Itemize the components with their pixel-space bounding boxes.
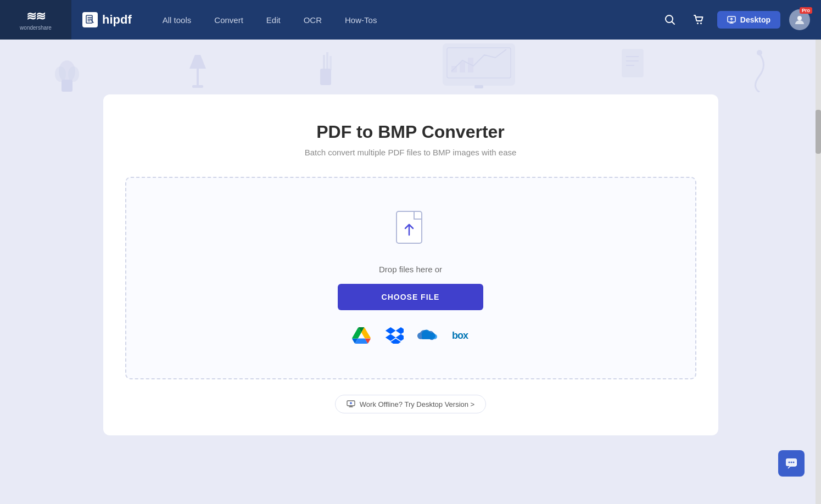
choose-file-button[interactable]: CHOOSE FILE — [338, 284, 484, 310]
desktop-version-label: Work Offline? Try Desktop Version > — [360, 400, 474, 408]
desktop-version-link[interactable]: Work Offline? Try Desktop Version > — [335, 395, 486, 413]
svg-point-7 — [59, 60, 75, 82]
nav-how-tos[interactable]: How-Tos — [336, 11, 386, 29]
svg-rect-18 — [447, 48, 511, 78]
pro-badge: Pro — [800, 7, 812, 14]
svg-rect-17 — [443, 44, 515, 85]
upload-icon — [393, 211, 428, 254]
drop-text: Drop files here or — [379, 265, 442, 274]
gdrive-icon[interactable] — [351, 326, 371, 345]
svg-rect-12 — [192, 85, 203, 88]
deco-chart — [440, 41, 517, 93]
wondershare-brand: ≋≋ wondershare — [0, 0, 71, 40]
svg-point-5 — [797, 16, 802, 20]
svg-rect-6 — [62, 80, 72, 92]
svg-point-27 — [757, 50, 762, 55]
svg-marker-10 — [189, 55, 206, 69]
deco-tool — [749, 48, 770, 94]
hipdf-logo[interactable]: hipdf — [82, 12, 132, 27]
nav-edit[interactable]: Edit — [258, 11, 289, 29]
svg-point-32 — [791, 462, 792, 463]
onedrive-icon[interactable] — [417, 326, 437, 345]
main-content: PDF to BMP Converter Batch convert multi… — [0, 94, 821, 457]
svg-point-9 — [68, 66, 79, 82]
deco-pencil-holder — [312, 44, 339, 90]
svg-rect-16 — [329, 56, 332, 70]
scrollbar[interactable] — [816, 0, 821, 504]
cart-button[interactable] — [689, 10, 708, 30]
nav-links: All tools Convert Edit OCR How-Tos — [154, 11, 386, 29]
svg-point-2 — [697, 23, 699, 24]
converter-subtitle: Batch convert multiple PDF files to BMP … — [125, 148, 696, 157]
svg-rect-23 — [622, 49, 643, 77]
hipdf-name: hipdf — [102, 13, 132, 27]
box-icon[interactable]: box — [450, 326, 470, 345]
nav-actions: Desktop Pro — [660, 9, 810, 30]
chat-button[interactable] — [778, 450, 805, 477]
desktop-link-wrapper: Work Offline? Try Desktop Version > — [125, 395, 696, 413]
cloud-icons: box — [351, 326, 470, 345]
desktop-button[interactable]: Desktop — [717, 11, 780, 29]
svg-rect-20 — [460, 62, 465, 72]
user-avatar-wrapper[interactable]: Pro — [789, 9, 810, 30]
search-button[interactable] — [660, 10, 680, 30]
svg-point-31 — [789, 462, 790, 463]
wondershare-name: wondershare — [20, 25, 52, 31]
dropbox-icon[interactable] — [384, 326, 404, 345]
scrollbar-thumb[interactable] — [816, 110, 821, 154]
navbar: ≋≋ wondershare hipdf All tools Convert E… — [0, 0, 821, 40]
hero-background — [0, 40, 821, 94]
svg-rect-21 — [468, 58, 473, 72]
deco-lamp — [184, 47, 211, 93]
hero-decorations — [0, 40, 821, 94]
svg-rect-11 — [197, 69, 199, 85]
svg-rect-22 — [474, 85, 483, 88]
deco-plant — [51, 49, 83, 94]
drop-zone[interactable]: Drop files here or CHOOSE FILE — [125, 177, 696, 379]
svg-rect-14 — [323, 55, 325, 70]
desktop-btn-label: Desktop — [740, 15, 770, 24]
deco-document — [618, 47, 648, 90]
nav-all-tools[interactable]: All tools — [154, 11, 200, 29]
wondershare-logo: ≋≋ — [26, 9, 45, 24]
nav-convert[interactable]: Convert — [205, 11, 252, 29]
svg-point-8 — [55, 66, 66, 82]
svg-rect-15 — [326, 52, 328, 70]
svg-rect-19 — [451, 66, 457, 72]
svg-point-33 — [793, 462, 795, 463]
converter-title: PDF to BMP Converter — [125, 122, 696, 142]
svg-rect-13 — [320, 69, 331, 85]
nav-ocr[interactable]: OCR — [295, 11, 331, 29]
hipdf-logo-icon — [82, 12, 98, 27]
svg-point-3 — [700, 23, 702, 24]
converter-card: PDF to BMP Converter Batch convert multi… — [103, 94, 718, 435]
